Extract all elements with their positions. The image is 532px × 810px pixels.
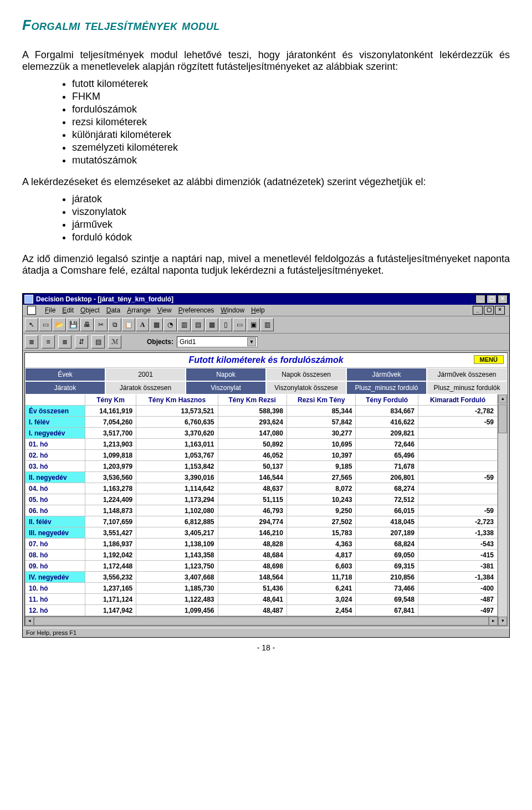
table-row[interactable]: 07. hó1,186,9371,138,10948,8284,36368,82… [25,539,498,550]
cell[interactable]: 9,250 [287,505,355,516]
table-row[interactable]: II. félév7,107,6596,812,885294,77427,502… [25,516,498,527]
dimension-header[interactable]: Évek [25,368,105,381]
cell[interactable]: 48,698 [218,561,287,572]
table-row[interactable]: 04. hó1,163,2781,114,64248,6378,07268,27… [25,483,498,494]
row-header[interactable]: 10. hó [25,583,85,594]
cell[interactable]: 209,821 [356,428,418,439]
cell[interactable]: 11,718 [287,572,355,583]
cell[interactable]: 51,115 [218,494,287,505]
cell[interactable] [418,428,497,439]
dimension-header[interactable]: Plusz_minusz forduló [346,381,427,394]
cell[interactable]: 13,573,521 [136,406,218,417]
cell[interactable]: 6,760,635 [136,417,218,428]
cell[interactable]: -59 [418,505,497,516]
close-button[interactable]: × [498,295,508,304]
table-row[interactable]: 08. hó1,192,0421,143,35848,6844,81769,05… [25,550,498,561]
pointer-tool-icon[interactable]: ↖ [25,318,38,331]
cell[interactable]: 1,148,873 [85,505,136,516]
cell[interactable]: 10,397 [287,450,355,461]
vscroll-thumb[interactable] [498,404,507,433]
scroll-down-icon[interactable]: ▾ [498,617,507,626]
dimension-header[interactable]: Viszonylat [186,381,266,394]
cell[interactable]: 1,122,483 [136,594,218,605]
cell[interactable]: 73,466 [356,583,418,594]
cell[interactable]: 9,185 [287,461,355,472]
cell[interactable]: 6,603 [287,561,355,572]
column-header[interactable]: Tény Km Rezsi [218,394,287,406]
cell[interactable]: 72,646 [356,439,418,450]
table-row[interactable]: I. negyedév3,517,7003,370,620147,08030,2… [25,428,498,439]
cell[interactable]: 3,536,560 [85,472,136,483]
cell[interactable]: -59 [418,417,497,428]
cell[interactable] [418,450,497,461]
cell[interactable]: 1,143,358 [136,550,218,561]
cell[interactable]: 1,224,409 [85,494,136,505]
mdi-minimize-button[interactable]: _ [473,306,483,315]
cell[interactable]: 1,138,109 [136,539,218,550]
cell[interactable]: 1,186,937 [85,539,136,550]
menu-button[interactable]: MENÜ [474,355,504,364]
cell[interactable]: 3,407,668 [136,572,218,583]
cell[interactable]: -415 [418,550,497,561]
row-header[interactable]: III. negyedév [25,527,85,539]
table-row[interactable]: 11. hó1,171,1241,122,48348,6413,02469,54… [25,594,498,605]
column-header[interactable] [25,394,85,406]
dimension-value[interactable]: Járatok összesen [105,381,186,394]
cell[interactable]: 30,277 [287,428,355,439]
column-header[interactable]: Kimaradt Forduló [418,394,497,406]
cell[interactable]: 210,856 [356,572,418,583]
dimension-value[interactable]: 2001 [105,368,186,381]
cell[interactable]: 69,548 [356,594,418,605]
cell[interactable]: 1,099,818 [85,450,136,461]
cell[interactable]: 7,054,260 [85,417,136,428]
cell[interactable]: -1,338 [418,527,497,539]
cell[interactable]: 1,213,903 [85,439,136,450]
cell[interactable]: 4,363 [287,539,355,550]
menu-edit[interactable]: Edit [62,306,74,314]
cell[interactable] [418,461,497,472]
sheet-icon[interactable]: ▦ [205,318,218,331]
cell[interactable] [418,494,497,505]
print-icon[interactable]: 🖶 [80,318,94,331]
cell[interactable]: 294,774 [218,516,287,527]
cell[interactable]: 66,015 [356,505,418,516]
row-header[interactable]: I. negyedév [25,428,85,439]
table-row[interactable]: I. félév7,054,2606,760,635293,62457,8424… [25,417,498,428]
cell[interactable] [418,483,497,494]
mdi-maximize-button[interactable]: ▢ [484,306,494,315]
minimize-button[interactable]: _ [475,295,485,304]
catalog-icon[interactable]: ▥ [260,318,274,331]
mdi-close-button[interactable]: × [495,306,505,315]
cell[interactable]: 10,695 [287,439,355,450]
row-header[interactable]: 11. hó [25,594,85,605]
scroll-up-icon[interactable]: ▴ [498,394,507,403]
layout-icon[interactable]: ▯ [219,318,232,331]
table-icon[interactable]: ▤ [191,318,204,331]
row-header[interactable]: 08. hó [25,550,85,561]
cell[interactable]: 146,210 [218,527,287,539]
cell[interactable]: 6,241 [287,583,355,594]
cell[interactable]: 27,502 [287,516,355,527]
hscroll-thumb[interactable] [34,617,489,626]
align-right-icon[interactable]: ≣ [58,335,71,348]
cell[interactable]: 207,189 [356,527,418,539]
data-grid[interactable]: Tény KmTény Km HasznosTény Km RezsiRezsi… [25,394,498,616]
cell[interactable]: 3,517,700 [85,428,136,439]
new-icon[interactable]: ▭ [39,318,52,331]
menu-preferences[interactable]: Preferences [178,306,214,314]
cell[interactable]: 1,102,080 [136,505,218,516]
cell[interactable]: 14,161,919 [85,406,136,417]
menu-help[interactable]: Help [251,306,265,314]
cell[interactable]: 1,163,011 [136,439,218,450]
cell[interactable]: 1,203,979 [85,461,136,472]
cell[interactable]: 3,024 [287,594,355,605]
cell[interactable]: 68,274 [356,483,418,494]
titlebar[interactable]: Decision Desktop - [járat_tény_km_fordul… [23,294,509,305]
row-header[interactable]: II. negyedév [25,472,85,483]
table-row[interactable]: III. negyedév3,551,4273,405,217146,21015… [25,527,498,539]
cell[interactable]: -1,384 [418,572,497,583]
cell[interactable]: 48,828 [218,539,287,550]
dimension-header[interactable]: Járművek [346,368,427,381]
row-header[interactable]: Év összesen [25,406,85,417]
menu-arrange[interactable]: Arrange [127,306,151,314]
